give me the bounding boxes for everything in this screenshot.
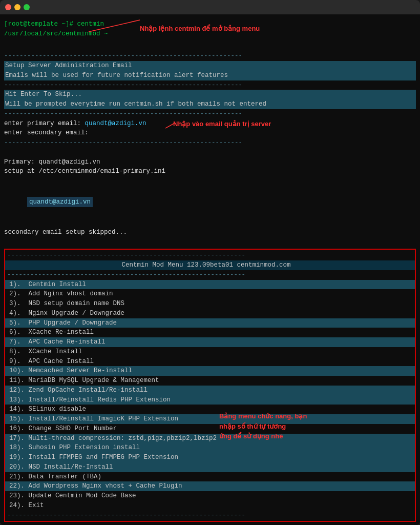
secondary-skipped: secondary email setup skipped...: [4, 228, 416, 237]
terminal-body[interactable]: [root@template ~]# centmin /usr/local/sr…: [0, 14, 420, 525]
menu-item-14: 14). SELinux disable: [5, 405, 415, 414]
blank-2: [4, 148, 416, 157]
menu-item-11: 11). MariaDB MySQL Upgrade & Management: [5, 376, 415, 386]
separator-2: ----------------------------------------…: [4, 80, 416, 90]
maximize-button[interactable]: [24, 4, 30, 10]
menu-item-13: 13). Install/Reinstall Redis PHP Extensi…: [5, 395, 415, 405]
menu-item-23: 23). Update Centmin Mod Code Base: [5, 491, 415, 501]
menu-item-16: 16). Change SSHD Port Number: [5, 424, 415, 434]
separator-1: ----------------------------------------…: [4, 51, 416, 61]
prompt-line2: /usr/local/src/centminmod ~: [4, 29, 416, 39]
menu-sep-bot: ----------------------------------------…: [5, 511, 415, 520]
arrow-email: [165, 123, 176, 129]
setup-email-desc: Emails will be used for future notificat…: [4, 71, 416, 80]
svg-line-1: [165, 123, 175, 128]
menu-item-8: 8). XCache Install: [5, 347, 415, 357]
menu-item-4: 4). Nginx Upgrade / Downgrade: [5, 309, 415, 318]
menu-sep-top: ----------------------------------------…: [5, 251, 415, 260]
will-be-prompted: Will be prompted everytime run centmin.s…: [4, 99, 416, 109]
enter-secondary-line: enter secondary email:: [4, 128, 416, 138]
hit-enter: Hit Enter To Skip...: [4, 90, 416, 99]
menu-item-6: 6). XCache Re-install: [5, 328, 415, 337]
separator-4: ----------------------------------------…: [4, 138, 416, 148]
menu-item-2: 2). Add Nginx vhost domain: [5, 289, 415, 299]
menu-item-1: 1). Centmin Install: [5, 280, 415, 290]
menu-item-10: 10). Memcached Server Re-install: [5, 366, 415, 376]
menu-item-24: 24). Exit: [5, 501, 415, 511]
arrow-centmin: [89, 17, 150, 33]
menu-box: ----------------------------------------…: [4, 249, 416, 522]
svg-line-0: [89, 20, 140, 32]
setup-email-title: Setup Server Administration Email: [4, 61, 416, 71]
menu-item-20: 20). NSD Install/Re-Install: [5, 462, 415, 472]
menu-item-3: 3). NSD setup domain name DNS: [5, 299, 415, 309]
blank-5: [4, 237, 416, 247]
blank-spacer: [4, 42, 416, 52]
menu-item-18: 18). Suhosin PHP Extension install: [5, 443, 415, 453]
primary-label: Primary: quandt@azdigi.vn: [4, 157, 416, 167]
menu-item-19: 19). Install FFMPEG and FFMPEG PHP Exten…: [5, 453, 415, 462]
close-button[interactable]: [5, 4, 11, 10]
menu-item-9: 9). APC Cache Install: [5, 357, 415, 367]
prompt-line1: [root@template ~]# centmin: [4, 19, 416, 29]
menu-item-5: 5). PHP Upgrade / Downgrade: [5, 318, 415, 328]
terminal-window: [root@template ~]# centmin /usr/local/sr…: [0, 0, 420, 525]
blank-3: [4, 176, 416, 186]
setup-at: setup at /etc/centminmod/email-primary.i…: [4, 167, 416, 176]
email-display-line: quandt@azdigi.vn: [4, 186, 416, 218]
menu-sep-title: ----------------------------------------…: [5, 270, 415, 280]
menu-item-7: 7). APC Cache Re-install: [5, 337, 415, 347]
menu-item-21: 21). Data Transfer (TBA): [5, 472, 415, 482]
menu-title: Centmin Mod Menu 123.09beta01 centminmod…: [5, 260, 415, 270]
separator-3: ----------------------------------------…: [4, 109, 416, 119]
blank-4: [4, 218, 416, 228]
minimize-button[interactable]: [14, 4, 20, 10]
menu-item-15: 15). Install/Reinstall ImagicK PHP Exten…: [5, 414, 415, 424]
titlebar: [0, 0, 420, 14]
menu-item-22: 22). Add Wordpress Nginx vhost + Cache P…: [5, 481, 415, 491]
menu-item-12: 12). Zend OpCache Install/Re-install: [5, 386, 415, 395]
enter-primary-line: enter primary email: quandt@azdigi.vn: [4, 119, 416, 129]
menu-item-17: 17). Multi-thread compression: zstd,pigz…: [5, 434, 415, 443]
email-display: quandt@azdigi.vn: [27, 197, 93, 208]
